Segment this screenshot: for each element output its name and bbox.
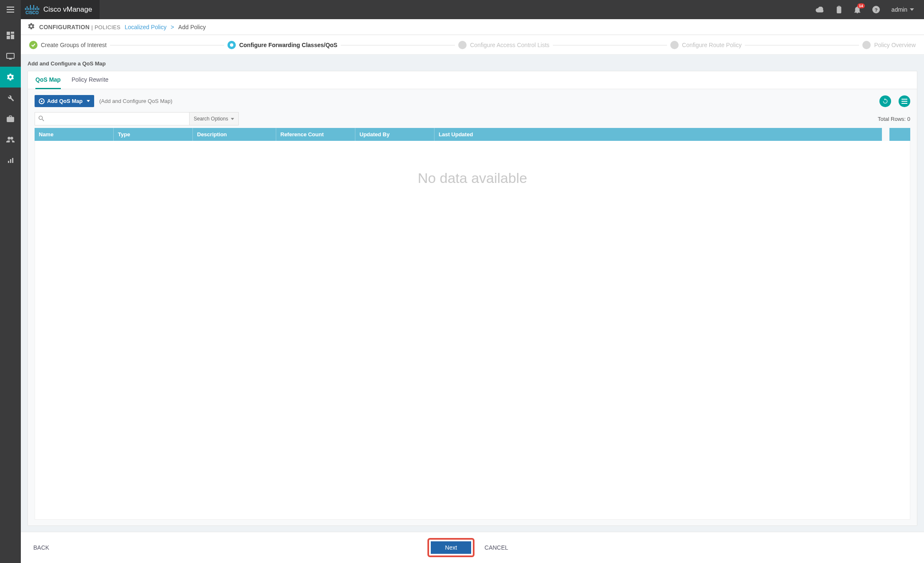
- content: Add and Configure a QoS Map QoS Map Poli…: [21, 55, 924, 532]
- table-empty-state: No data available: [35, 141, 910, 520]
- check-icon: [29, 41, 37, 49]
- step-configure-route-policy[interactable]: Configure Route Policy: [670, 41, 742, 49]
- sidenav-monitor[interactable]: [0, 46, 21, 67]
- svg-text:?: ?: [874, 7, 877, 13]
- plus-circle-icon: [39, 98, 45, 104]
- svg-rect-3: [11, 32, 14, 34]
- step-policy-overview[interactable]: Policy Overview: [862, 41, 916, 49]
- pending-step-icon: [670, 41, 679, 49]
- step-create-groups[interactable]: Create Groups of Interest: [29, 41, 107, 49]
- main: CONFIGURATION | POLICIES Localized Polic…: [21, 19, 924, 563]
- pending-step-icon: [862, 41, 871, 49]
- next-button[interactable]: Next: [431, 541, 471, 554]
- caret-down-icon: [910, 8, 914, 11]
- sidenav-analytics[interactable]: [0, 150, 21, 171]
- gear-icon: [27, 23, 35, 31]
- th-name[interactable]: Name: [35, 128, 114, 141]
- sidenav-administration[interactable]: [0, 129, 21, 150]
- cisco-logo-icon: CISCO: [25, 4, 39, 15]
- breadcrumb-root: CONFIGURATION | POLICIES: [39, 24, 120, 30]
- step-configure-acl[interactable]: Configure Access Control Lists: [458, 41, 549, 49]
- search-options-dropdown[interactable]: Search Options: [190, 112, 239, 125]
- svg-rect-4: [11, 35, 14, 39]
- sidenav-tools[interactable]: [0, 88, 21, 108]
- table-header: Name Type Description Reference Count Up…: [35, 128, 910, 141]
- brand: CISCO Cisco vManage: [21, 0, 100, 19]
- step-configure-forwarding[interactable]: Configure Forwarding Classes/QoS: [227, 41, 337, 49]
- menu-toggle[interactable]: [7, 7, 14, 13]
- svg-rect-2: [7, 32, 10, 35]
- add-qos-map-label: Add QoS Map: [47, 98, 82, 104]
- bell-icon[interactable]: 14: [854, 6, 861, 13]
- brand-text: Cisco vManage: [43, 5, 92, 14]
- cloud-icon[interactable]: [816, 7, 824, 13]
- search-icon: [35, 115, 47, 123]
- svg-rect-5: [7, 36, 10, 39]
- search-input-wrap: [35, 112, 190, 125]
- add-hint: (Add and Configure QoS Map): [99, 98, 172, 104]
- tabs-card: QoS Map Policy Rewrite Add QoS Map (Add …: [27, 71, 917, 526]
- chevron-right-icon: >: [171, 24, 174, 30]
- help-icon[interactable]: ?: [872, 6, 880, 13]
- th-actions: [889, 128, 910, 141]
- cancel-button[interactable]: CANCEL: [484, 544, 508, 551]
- search-input[interactable]: [47, 113, 189, 125]
- next-button-highlight: Next: [427, 538, 474, 557]
- tab-body: Add QoS Map (Add and Configure QoS Map): [28, 89, 917, 525]
- tab-qos-map[interactable]: QoS Map: [35, 71, 61, 89]
- svg-rect-12: [902, 101, 907, 102]
- sidenav: [0, 19, 21, 563]
- tab-policy-rewrite[interactable]: Policy Rewrite: [72, 71, 109, 89]
- username: admin: [892, 6, 907, 13]
- tabstrip: QoS Map Policy Rewrite: [28, 71, 917, 89]
- user-menu[interactable]: admin: [892, 6, 914, 13]
- svg-rect-7: [9, 59, 12, 60]
- back-button[interactable]: BACK: [33, 544, 49, 551]
- svg-rect-13: [902, 103, 907, 104]
- pending-step-icon: [458, 41, 467, 49]
- total-rows: Total Rows: 0: [878, 116, 910, 122]
- refresh-button[interactable]: [879, 95, 891, 107]
- breadcrumb-link-localized-policy[interactable]: Localized Policy: [125, 24, 166, 30]
- wizard-footer: BACK Next CANCEL: [21, 532, 924, 563]
- breadcrumb-current: Add Policy: [178, 24, 206, 30]
- breadcrumb: CONFIGURATION | POLICIES Localized Polic…: [21, 19, 924, 35]
- svg-line-15: [42, 119, 44, 121]
- svg-rect-8: [8, 161, 9, 163]
- th-last-updated[interactable]: Last Updated: [435, 128, 518, 141]
- sidenav-configuration[interactable]: [0, 67, 21, 88]
- caret-down-icon: [231, 118, 234, 120]
- columns-button[interactable]: [899, 95, 910, 107]
- clipboard-icon[interactable]: [836, 6, 842, 13]
- wizard-steps: Create Groups of Interest Configure Forw…: [21, 35, 924, 55]
- svg-rect-11: [902, 99, 907, 100]
- th-updated-by[interactable]: Updated By: [355, 128, 435, 141]
- topbar: CISCO Cisco vManage 14 ? admin: [0, 0, 924, 19]
- add-qos-map-button[interactable]: Add QoS Map: [35, 95, 94, 107]
- sidenav-maintenance[interactable]: [0, 108, 21, 129]
- th-description[interactable]: Description: [193, 128, 276, 141]
- active-step-icon: [227, 41, 236, 49]
- sidenav-dashboard[interactable]: [0, 25, 21, 46]
- svg-rect-10: [12, 158, 13, 163]
- caret-down-icon: [87, 100, 90, 102]
- svg-rect-9: [10, 159, 11, 163]
- th-type[interactable]: Type: [114, 128, 193, 141]
- svg-rect-6: [7, 53, 14, 58]
- section-title: Add and Configure a QoS Map: [27, 60, 917, 67]
- th-reference-count[interactable]: Reference Count: [276, 128, 355, 141]
- notification-badge: 14: [857, 3, 865, 8]
- svg-point-14: [39, 116, 42, 119]
